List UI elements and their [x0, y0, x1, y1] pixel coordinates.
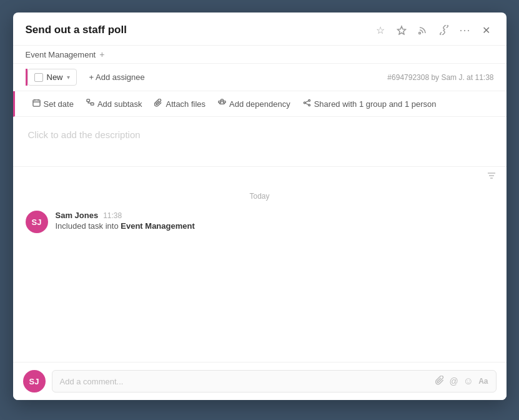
svg-point-14 — [304, 102, 305, 104]
task-id: #694792308 by Sam J. at 11:38 — [387, 73, 493, 82]
activity-content: Sam Jones 11:38 Included task into Event… — [56, 211, 494, 231]
breadcrumb-label[interactable]: Event Management — [26, 50, 96, 59]
comment-input-wrapper[interactable]: Add a comment... @ ☺ Aa — [52, 370, 497, 392]
svg-rect-9 — [223, 101, 225, 103]
comment-icons: @ ☺ Aa — [435, 376, 488, 387]
chevron-down-icon: ▾ — [67, 74, 70, 81]
format-icon[interactable]: Aa — [478, 377, 488, 386]
share-icon — [303, 99, 311, 109]
star-icon[interactable]: ☆ — [373, 22, 388, 38]
breadcrumb-bar: Event Management + — [13, 46, 507, 64]
paperclip-icon — [154, 99, 162, 109]
shared-button[interactable]: Shared with 1 group and 1 person — [298, 96, 442, 111]
svg-rect-8 — [219, 101, 221, 103]
svg-line-16 — [305, 101, 309, 102]
set-date-button[interactable]: Set date — [27, 96, 79, 111]
emoji-icon[interactable]: ☺ — [463, 376, 473, 387]
modal-overlay: Send out a staff poll ☆ — [0, 0, 519, 420]
description-area[interactable]: Click to add the description — [13, 117, 507, 167]
toolbar: New ▾ + Add assignee #694792308 by Sam J… — [13, 64, 507, 91]
activity-meta: Sam Jones 11:38 — [56, 211, 494, 220]
activity-item: SJ Sam Jones 11:38 Included task into Ev… — [26, 206, 494, 238]
comment-avatar: SJ — [23, 370, 46, 392]
svg-point-15 — [308, 104, 310, 106]
activity-filter — [13, 167, 507, 187]
svg-rect-2 — [32, 100, 39, 106]
avatar: SJ — [26, 211, 48, 233]
description-placeholder: Click to add the description — [28, 129, 141, 140]
svg-rect-7 — [91, 103, 94, 106]
set-date-label: Set date — [44, 99, 74, 109]
add-assignee-label: + Add assignee — [89, 72, 145, 82]
add-assignee-button[interactable]: + Add assignee — [84, 69, 150, 85]
comment-bar: SJ Add a comment... @ ☺ Aa — [13, 362, 507, 400]
svg-point-13 — [308, 99, 310, 101]
svg-line-17 — [305, 103, 309, 104]
task-modal: Send out a staff poll ☆ — [13, 12, 507, 400]
attach-files-label: Attach files — [166, 99, 205, 109]
activity-section: Today SJ Sam Jones 11:38 Included task i… — [13, 187, 507, 362]
attach-files-button[interactable]: Attach files — [149, 96, 210, 111]
link-icon[interactable] — [437, 22, 452, 38]
add-dependency-label: Add dependency — [229, 99, 290, 109]
attach-icon[interactable] — [435, 376, 445, 387]
breadcrumb-add[interactable]: + — [99, 49, 104, 59]
calendar-icon — [32, 99, 41, 109]
svg-rect-6 — [87, 99, 90, 102]
activity-time: 11:38 — [103, 211, 122, 220]
shared-label: Shared with 1 group and 1 person — [314, 99, 437, 109]
svg-point-1 — [418, 32, 420, 34]
activity-author: Sam Jones — [56, 211, 99, 220]
activity-text-bold: Event Management — [121, 221, 194, 231]
comment-placeholder: Add a comment... — [60, 377, 124, 386]
modal-title: Send out a staff poll — [26, 24, 127, 36]
modal-header: Send out a staff poll ☆ — [13, 12, 507, 46]
header-actions: ☆ — [373, 22, 494, 38]
more-icon[interactable]: ··· — [458, 22, 473, 38]
dependency-icon — [218, 99, 226, 109]
rss-icon[interactable] — [415, 22, 430, 38]
status-checkbox — [34, 73, 43, 82]
svg-marker-0 — [397, 26, 405, 34]
activity-date: Today — [26, 192, 494, 201]
add-subtask-button[interactable]: Add subtask — [81, 96, 147, 111]
svg-rect-10 — [221, 99, 224, 101]
activity-text-pre: Included task into — [56, 221, 121, 231]
status-label: New — [47, 72, 63, 82]
close-icon[interactable]: ✕ — [479, 22, 494, 38]
add-dependency-button[interactable]: Add dependency — [213, 96, 295, 111]
add-subtask-label: Add subtask — [97, 99, 142, 109]
subtask-icon — [86, 99, 94, 109]
actions-bar: Set date Add subtask Att — [13, 91, 507, 117]
status-button[interactable]: New ▾ — [27, 69, 77, 86]
mention-icon[interactable]: @ — [450, 376, 458, 386]
filter-icon[interactable] — [487, 171, 497, 183]
activity-text: Included task into Event Management — [56, 221, 494, 231]
favorite-icon[interactable] — [394, 22, 409, 38]
